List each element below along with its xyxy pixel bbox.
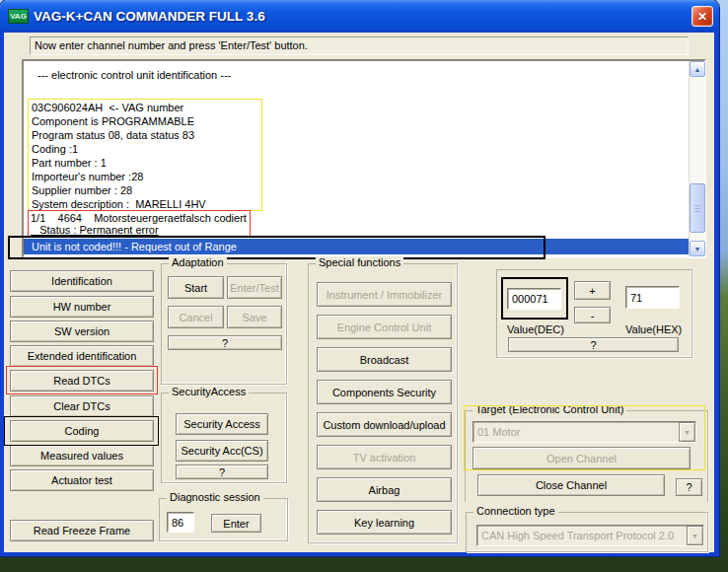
dtc-highlight-box: 1/1 4664 Motorsteuergeraetfalsch codiert… xyxy=(28,210,251,238)
list-header-line: --- electronic control unit identificati… xyxy=(37,68,231,82)
adaptation-cancel-button[interactable]: Cancel xyxy=(168,306,224,328)
open-channel-button[interactable]: Open Channel xyxy=(473,447,691,469)
target-help-button[interactable]: ? xyxy=(676,478,702,496)
id-line: Importeur's number :28 xyxy=(32,170,261,183)
engine-control-unit-button[interactable]: Engine Control Unit xyxy=(317,315,452,339)
connection-dropdown-arrow-icon: ▼ xyxy=(687,526,703,545)
dtc-line: 1/1 4664 Motorsteuergeraetfalsch codiert xyxy=(31,212,250,224)
value-minus-button[interactable]: - xyxy=(574,307,611,323)
target-dropdown-arrow-icon: ▼ xyxy=(679,422,695,442)
adaptation-enter-test-button[interactable]: Enter/Test xyxy=(227,276,282,299)
value-hex-label: Value(HEX) xyxy=(625,323,682,335)
special-functions-group: Special functions Instrument / Immobiliz… xyxy=(308,263,458,543)
adaptation-group: Adaptation Start Enter/Test Cancel Save … xyxy=(161,263,287,385)
id-line: 03C906024AH <- VAG number xyxy=(32,101,261,114)
scroll-up-button[interactable]: ▲ xyxy=(690,61,705,77)
dec-value-focus-box xyxy=(501,277,568,320)
id-line: Program status 08, data status 83 xyxy=(32,128,261,142)
broadcast-button[interactable]: Broadcast xyxy=(317,347,452,372)
value-plus-button[interactable]: + xyxy=(574,281,611,300)
id-line: Component is PROGRAMMABLE xyxy=(32,114,261,128)
measured-values-button[interactable]: Measured values xyxy=(10,445,154,466)
adaptation-help-button[interactable]: ? xyxy=(168,335,282,350)
adaptation-start-button[interactable]: Start xyxy=(168,276,224,299)
identification-button[interactable]: Identification xyxy=(10,270,154,292)
airbag-button[interactable]: Airbag xyxy=(317,477,452,502)
app-window: VAG VAG-K+CAN COMMANDER FULL 3.6 ✕ Now e… xyxy=(0,0,719,556)
read-freeze-frame-button[interactable]: Read Freeze Frame xyxy=(10,520,154,541)
security-access-group: SecurityAccess Security Access Security … xyxy=(161,393,287,483)
close-channel-button[interactable]: Close Channel xyxy=(477,474,665,496)
diagnostic-enter-button[interactable]: Enter xyxy=(211,514,261,533)
target-unit-selected: 01 Motor xyxy=(473,426,679,438)
adaptation-group-label: Adaptation xyxy=(169,256,227,268)
read-dtcs-button[interactable]: Read DTCs xyxy=(10,370,154,392)
identification-highlight-box: 03C906024AH <- VAG number Component is P… xyxy=(28,99,262,211)
close-button[interactable]: ✕ xyxy=(692,6,713,27)
tv-activation-button[interactable]: TV activation xyxy=(317,445,452,469)
security-access-button[interactable]: Security Access xyxy=(176,413,268,435)
connection-type-group: Connection type CAN High Speed Transport… xyxy=(466,512,708,552)
hw-number-button[interactable]: HW number xyxy=(10,296,154,318)
value-hex-input[interactable] xyxy=(625,286,680,309)
id-line: Coding :1 xyxy=(32,142,261,156)
client-area: Now enter channel number and press 'Ente… xyxy=(4,33,714,552)
adaptation-save-button[interactable]: Save xyxy=(227,306,282,328)
special-functions-group-label: Special functions xyxy=(316,256,403,268)
output-list[interactable]: --- electronic control unit identificati… xyxy=(22,59,706,258)
diagnostic-session-input[interactable] xyxy=(167,512,194,533)
security-acc-cs-button[interactable]: Security Acc(CS) xyxy=(176,440,268,462)
id-line: Part number : 1 xyxy=(32,156,261,170)
key-learning-button[interactable]: Key learning xyxy=(317,510,452,535)
extended-identification-button[interactable]: Extended identification xyxy=(10,345,154,367)
scroll-down-button[interactable]: ▼ xyxy=(690,241,705,256)
value-dec-input[interactable] xyxy=(507,288,561,310)
value-dec-label: Value(DEC) xyxy=(507,323,564,335)
window-title: VAG-K+CAN COMMANDER FULL 3.6 xyxy=(34,9,692,24)
coding-button[interactable]: Coding xyxy=(10,420,154,442)
target-group-label: Target (Electronic Control Unit) xyxy=(473,403,626,415)
actuator-test-button[interactable]: Actuator test xyxy=(10,469,154,491)
diagnostic-session-group: Diagnostic session Enter xyxy=(159,498,288,541)
vertical-scrollbar[interactable]: ▲ ▼ xyxy=(689,61,704,256)
value-help-button[interactable]: ? xyxy=(508,337,679,352)
sw-version-button[interactable]: SW version xyxy=(10,321,154,342)
id-line: Supplier number : 28 xyxy=(32,183,261,197)
components-security-button[interactable]: Components Security xyxy=(317,380,452,404)
id-line: System description : MARELLI 4HV xyxy=(32,197,261,211)
scrollbar-thumb[interactable] xyxy=(690,183,705,233)
titlebar: VAG VAG-K+CAN COMMANDER FULL 3.6 ✕ xyxy=(0,0,719,33)
clear-dtcs-button[interactable]: Clear DTCs xyxy=(10,395,154,417)
selected-list-row[interactable]: Unit is not coded!!! - Request out of Ra… xyxy=(24,239,689,254)
target-unit-dropdown[interactable]: 01 Motor ▼ xyxy=(473,421,696,443)
app-icon: VAG xyxy=(8,9,29,24)
arrow-down-icon: ▼ xyxy=(694,246,701,252)
instrument-immobilizer-button[interactable]: Instrument / Immobilizer xyxy=(317,282,452,307)
close-icon: ✕ xyxy=(697,11,707,23)
arrow-up-icon: ▲ xyxy=(694,66,701,73)
security-help-button[interactable]: ? xyxy=(176,465,268,479)
connection-group-label: Connection type xyxy=(473,505,558,517)
value-panel: + - Value(DEC) Value(HEX) ? xyxy=(496,269,692,358)
security-group-label: SecurityAccess xyxy=(169,386,249,397)
app-icon-text: VAG xyxy=(10,12,27,21)
diagnostic-group-label: Diagnostic session xyxy=(167,491,263,503)
connection-type-selected: CAN High Speed Transport Protocol 2.0 xyxy=(477,530,687,541)
status-message: Now enter channel number and press 'Ente… xyxy=(30,36,689,55)
dtc-status-line: Status : Permanent error xyxy=(31,224,250,236)
custom-download-upload-button[interactable]: Custom download/upload xyxy=(317,412,452,437)
connection-type-dropdown[interactable]: CAN High Speed Transport Protocol 2.0 ▼ xyxy=(476,525,704,546)
target-ecu-group: Target (Electronic Control Unit) 01 Moto… xyxy=(465,410,708,502)
